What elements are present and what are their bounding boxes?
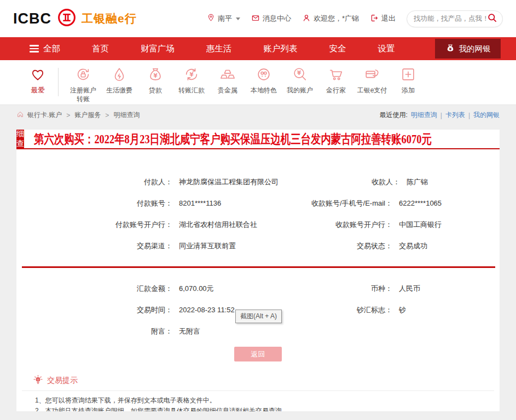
my-account-icon: ¥ <box>292 77 308 84</box>
transaction-tips: 交易提示 1、您可以将查询结果下载，并保存到文本或电子表格文件中。 2、本功能只… <box>16 375 500 411</box>
svg-text:¥: ¥ <box>153 72 158 79</box>
local-feature-icon <box>256 77 272 84</box>
nav-item-all[interactable]: 全部 <box>30 43 60 55</box>
detail-query-panel: 明细查询 第六次购买：2022年8月23日湖北咸宁客户购买保温压边机三台发内蒙古… <box>16 130 500 411</box>
user-icon <box>302 14 311 24</box>
quick-item-my-account[interactable]: ¥ 我的账户 <box>282 66 318 95</box>
screenshot-tooltip: 截图(Alt + A) <box>235 310 282 323</box>
currency-label: 币种： <box>271 284 392 294</box>
nav-item-security[interactable]: 安全 <box>329 43 346 55</box>
breadcrumb-part-accounts[interactable]: 银行卡.账户 <box>27 110 62 120</box>
cash-flag-value: 钞 <box>399 305 406 315</box>
breadcrumb-separator: > <box>105 112 109 119</box>
nav-item-settings[interactable]: 设置 <box>378 43 395 55</box>
envelope-icon <box>251 14 260 24</box>
register-transfer-icon <box>75 77 91 84</box>
panel-banner: 明细查询 第六次购买：2022年8月23日湖北咸宁客户购买保温压边机三台发内蒙古… <box>16 130 500 149</box>
breadcrumb-part-detail-query: 明细查询 <box>113 110 140 120</box>
recent-link-card-list[interactable]: 卡列表 <box>445 110 465 120</box>
quick-item-register-transfer[interactable]: 注册账户转账 <box>65 66 101 103</box>
currency-value: 人民币 <box>399 284 420 294</box>
icbc-ebank-page: ICBC 工银融e行 南平 <box>0 0 516 420</box>
payee-bank-label: 收款账号开户行： <box>271 220 392 230</box>
field-row: 付款人：神龙防腐保温工程集团有限公司 收款人：陈广锦 <box>16 171 500 192</box>
recent-used: 最近使用: 明细查询 | 卡列表 | 我的网银 <box>379 110 500 120</box>
svg-text:¥: ¥ <box>449 46 451 51</box>
field-row: 付款账号开户行：湖北省农村信用社联合社 收款账号开户行：中国工商银行 <box>16 214 500 235</box>
breadcrumb-row: 银行卡.账户 > 账户服务 > 明细查询 最近使用: 明细查询 | 卡列表 | … <box>0 105 516 125</box>
bulb-icon <box>33 375 43 387</box>
cash-flag-label: 钞汇标志： <box>271 305 392 315</box>
precious-metal-icon <box>219 77 236 84</box>
payer-label: 付款人： <box>16 177 172 187</box>
location-label: 南平 <box>218 14 232 24</box>
remark-label: 附言： <box>16 326 172 336</box>
user-welcome[interactable]: 欢迎您，*广锦 <box>302 14 359 24</box>
quick-item-gold-expert[interactable]: 金行家 <box>318 66 354 95</box>
nav-item-life[interactable]: 惠生活 <box>206 43 232 55</box>
channel-value: 同业清算互联前置 <box>179 241 236 251</box>
breadcrumb: 银行卡.账户 > 账户服务 > 明细查询 <box>16 110 140 120</box>
quick-item-life-payment[interactable]: 生活缴费 <box>101 66 137 95</box>
my-ebank-button[interactable]: ¥ 我的网银 <box>435 39 501 59</box>
pipe-separator: | <box>468 112 470 119</box>
search-box[interactable] <box>407 10 503 27</box>
time-value: 2022-08-23 11:52 <box>179 306 235 314</box>
search-input[interactable] <box>414 15 487 22</box>
gold-expert-icon <box>328 77 344 84</box>
quick-item-epay[interactable]: 工银e支付 <box>354 66 390 95</box>
remittance-icon: ¥ <box>183 77 200 84</box>
amount-label: 汇款金额： <box>16 284 172 294</box>
field-row: 汇款金额：6,070.00元 币种：人民币 <box>16 278 500 299</box>
icbc-wordmark: ICBC <box>13 10 51 27</box>
tip-line: 2、本功能只支持查询账户明细，如您需要查询具体交易的明细信息请到相关交易查询。 <box>35 406 494 411</box>
logout-label: 退出 <box>381 14 396 24</box>
status-label: 交易状态： <box>271 241 392 251</box>
field-row: 附言：无附言 <box>16 320 500 342</box>
chevron-down-icon <box>236 18 240 20</box>
field-row: 交易渠道：同业清算互联前置 交易状态：交易成功 <box>16 235 500 256</box>
favorites-item[interactable]: 最爱 <box>22 66 54 95</box>
recent-link-my-ebank[interactable]: 我的网银 <box>473 110 500 120</box>
quick-item-local-feature[interactable]: 本地特色 <box>246 66 282 95</box>
logout-link[interactable]: 退出 <box>370 14 396 24</box>
status-value: 交易成功 <box>399 241 427 251</box>
tab-detail-query[interactable]: 明细查询 <box>16 130 24 149</box>
location-selector[interactable]: 南平 <box>207 14 240 24</box>
back-button[interactable]: 返回 <box>234 347 282 361</box>
money-bag-icon: ¥ <box>445 43 455 55</box>
svg-text:¥: ¥ <box>189 71 194 78</box>
nav-item-home[interactable]: 首页 <box>92 43 109 55</box>
quick-item-remittance[interactable]: ¥ 转账汇款 <box>173 66 210 95</box>
tips-title: 交易提示 <box>47 376 78 386</box>
icbc-logo-icon <box>57 8 77 30</box>
recent-link-detail-query[interactable]: 明细查询 <box>411 110 437 120</box>
payee-label: 收款人： <box>279 177 400 187</box>
icbc-logo[interactable]: ICBC 工银融e行 <box>13 8 137 30</box>
quick-item-loan[interactable]: ¥ 贷款 <box>137 66 173 95</box>
payee-bank-value: 中国工商银行 <box>399 220 442 230</box>
payer-account-label: 付款账号： <box>16 199 172 208</box>
pipe-separator: | <box>440 112 442 119</box>
search-icon[interactable] <box>487 13 497 25</box>
payer-bank-value: 湖北省农村信用社联合社 <box>179 220 257 230</box>
top-header: ICBC 工银融e行 南平 <box>0 0 516 37</box>
brand-wordmark: 工银融e行 <box>82 11 137 26</box>
nav-item-wealth[interactable]: 财富广场 <box>141 43 175 55</box>
breadcrumb-part-services[interactable]: 账户服务 <box>74 110 101 120</box>
quick-item-precious-metal[interactable]: 贵金属 <box>210 66 246 95</box>
nav-item-accounts[interactable]: 账户列表 <box>264 43 298 55</box>
channel-label: 交易渠道： <box>16 241 172 251</box>
payee-account-label: 收款账号/手机号/E-mail： <box>271 199 392 208</box>
payee-account-value: 6222****1065 <box>399 199 442 207</box>
welcome-label: 欢迎您，*广锦 <box>314 14 359 24</box>
transaction-headline: 第六次购买：2022年8月23日湖北咸宁客户购买保温压边机三台发内蒙古阿拉善转账… <box>34 131 432 148</box>
quick-item-add[interactable]: 添加 <box>390 66 426 95</box>
message-center-link[interactable]: 消息中心 <box>251 14 291 24</box>
divider <box>58 68 59 96</box>
loan-icon: ¥ <box>147 77 164 84</box>
field-row: 付款账号：8201****1136 收款账号/手机号/E-mail：6222**… <box>16 192 500 214</box>
home-icon[interactable] <box>16 110 24 120</box>
amount-value: 6,070.00元 <box>179 284 214 294</box>
tips-list: 1、您可以将查询结果下载，并保存到文本或电子表格文件中。 2、本功能只支持查询账… <box>35 395 494 411</box>
